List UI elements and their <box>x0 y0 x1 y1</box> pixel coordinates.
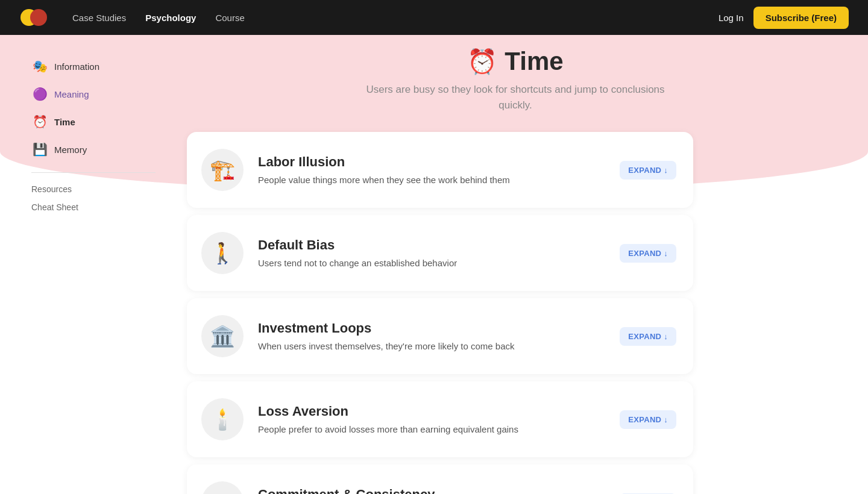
nav-psychology[interactable]: Psychology <box>145 13 196 23</box>
card-desc-labor-illusion: People value things more when they see t… <box>258 174 605 186</box>
expand-button-investment-loops[interactable]: EXPAND ↓ <box>620 327 676 346</box>
card-body-investment-loops: Investment Loops When users invest thems… <box>258 320 605 352</box>
expand-button-default-bias[interactable]: EXPAND ↓ <box>620 244 676 263</box>
sidebar-item-cheat-sheet[interactable]: Cheat Sheet <box>24 198 163 216</box>
expand-button-loss-aversion[interactable]: EXPAND ↓ <box>620 410 676 429</box>
sidebar-item-resources[interactable]: Resources <box>24 180 163 198</box>
navbar-right: Log In Subscribe (Free) <box>719 7 849 29</box>
card-loss-aversion: 🕯️ Loss Aversion People prefer to avoid … <box>187 381 693 457</box>
sidebar-item-time[interactable]: ⏰ Time <box>24 108 163 135</box>
card-icon-loss-aversion: 🕯️ <box>201 398 244 440</box>
meaning-icon: 🟣 <box>31 87 48 101</box>
card-title-commitment-consistency: Commitment & Consistency <box>258 487 605 495</box>
navbar-left: 👩 🧑 Case Studies Psychology Course <box>19 3 245 32</box>
card-desc-default-bias: Users tend not to change an established … <box>258 257 605 269</box>
page-title-icon: ⏰ <box>467 48 497 76</box>
card-title-default-bias: Default Bias <box>258 237 605 253</box>
time-icon: ⏰ <box>31 114 48 129</box>
card-icon-investment-loops: 🏛️ <box>201 315 244 357</box>
card-body-default-bias: Default Bias Users tend not to change an… <box>258 237 605 269</box>
sidebar-label-cheat-sheet: Cheat Sheet <box>31 202 78 212</box>
main-container: 🎭 Information 🟣 Meaning ⏰ Time 💾 Memory … <box>0 35 868 494</box>
page-subtitle: Users are busy so they look for shortcut… <box>359 82 672 113</box>
sidebar-resources: Resources Cheat Sheet <box>24 180 163 216</box>
card-body-commitment-consistency: Commitment & Consistency Users tend to b… <box>258 487 605 495</box>
card-labor-illusion: 🏗️ Labor Illusion People value things mo… <box>187 132 693 208</box>
page-header: ⏰ Time Users are busy so they look for s… <box>187 47 844 113</box>
card-desc-loss-aversion: People prefer to avoid losses more than … <box>258 423 605 436</box>
page-title-text: Time <box>505 47 563 76</box>
sidebar-item-memory[interactable]: 💾 Memory <box>24 136 163 163</box>
sidebar-label-information: Information <box>54 61 99 72</box>
nav-case-studies[interactable]: Case Studies <box>72 13 126 23</box>
card-desc-investment-loops: When users invest themselves, they're mo… <box>258 340 605 352</box>
card-icon-commitment-consistency: 👟 <box>201 481 244 494</box>
expand-button-labor-illusion[interactable]: EXPAND ↓ <box>620 161 676 180</box>
sidebar-label-time: Time <box>54 117 75 127</box>
card-default-bias: 🚶 Default Bias Users tend not to change … <box>187 215 693 291</box>
card-title-loss-aversion: Loss Aversion <box>258 404 605 419</box>
card-body-labor-illusion: Labor Illusion People value things more … <box>258 154 605 186</box>
card-title-investment-loops: Investment Loops <box>258 320 605 336</box>
sidebar-label-resources: Resources <box>31 184 72 194</box>
card-commitment-consistency: 👟 Commitment & Consistency Users tend to… <box>187 464 693 494</box>
login-button[interactable]: Log In <box>719 13 744 23</box>
cards-container: 🏗️ Labor Illusion People value things mo… <box>187 132 693 494</box>
sidebar-item-meaning[interactable]: 🟣 Meaning <box>24 81 163 107</box>
subscribe-button[interactable]: Subscribe (Free) <box>753 7 849 29</box>
nav-course[interactable]: Course <box>215 13 244 23</box>
navbar: 👩 🧑 Case Studies Psychology Course Log I… <box>0 0 868 35</box>
information-icon: 🎭 <box>31 59 48 73</box>
card-investment-loops: 🏛️ Investment Loops When users invest th… <box>187 298 693 374</box>
logo-icon[interactable]: 👩 🧑 <box>19 3 48 32</box>
sidebar-divider <box>31 172 156 173</box>
card-icon-default-bias: 🚶 <box>201 232 244 274</box>
memory-icon: 💾 <box>31 142 48 157</box>
sidebar-categories: 🎭 Information 🟣 Meaning ⏰ Time 💾 Memory <box>24 53 163 163</box>
sidebar-label-memory: Memory <box>54 145 87 155</box>
card-title-labor-illusion: Labor Illusion <box>258 154 605 170</box>
page-title: ⏰ Time <box>187 47 844 76</box>
svg-point-1 <box>30 9 47 26</box>
sidebar: 🎭 Information 🟣 Meaning ⏰ Time 💾 Memory … <box>0 35 175 494</box>
card-icon-labor-illusion: 🏗️ <box>201 149 244 191</box>
nav-links: Case Studies Psychology Course <box>72 13 245 23</box>
sidebar-item-information[interactable]: 🎭 Information <box>24 53 163 80</box>
card-body-loss-aversion: Loss Aversion People prefer to avoid los… <box>258 404 605 436</box>
sidebar-label-meaning: Meaning <box>54 89 89 99</box>
content-area: ⏰ Time Users are busy so they look for s… <box>175 35 868 494</box>
